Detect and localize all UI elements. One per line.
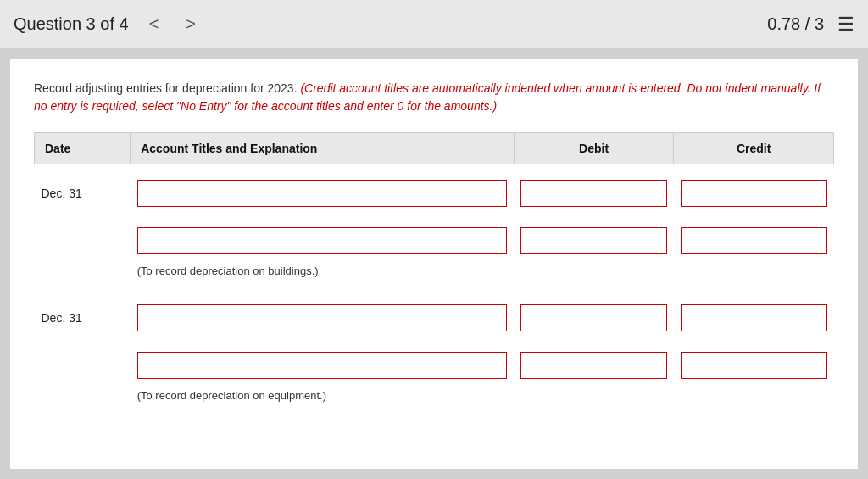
instruction-text: Record adjusting entries for depreciatio… xyxy=(34,80,834,115)
account-header: Account Titles and Explanation xyxy=(131,133,515,164)
date-cell-empty-2 xyxy=(35,347,131,384)
account-input-1a[interactable] xyxy=(137,180,508,207)
spacer-row xyxy=(35,337,834,347)
credit-header: Credit xyxy=(674,133,834,164)
date-cell-2: Dec. 31 xyxy=(35,299,131,337)
debit-cell-2b[interactable] xyxy=(514,347,674,384)
static-instruction: Record adjusting entries for depreciatio… xyxy=(34,81,298,95)
account-cell-2b[interactable] xyxy=(131,347,515,384)
credit-input-1a[interactable] xyxy=(681,180,827,207)
table-header-row: Date Account Titles and Explanation Debi… xyxy=(35,133,834,164)
table-row xyxy=(35,347,834,384)
date-cell-empty-1 xyxy=(35,222,131,259)
credit-input-1b[interactable] xyxy=(681,227,827,254)
score-display: 0.78 / 3 xyxy=(767,14,824,34)
account-cell-2a[interactable] xyxy=(131,299,515,337)
table-row: Dec. 31 xyxy=(35,175,834,212)
journal-table: Date Account Titles and Explanation Debi… xyxy=(34,132,834,414)
question-label: Question 3 of 4 xyxy=(14,14,129,34)
note-date-empty-1 xyxy=(35,259,131,289)
top-bar-right: 0.78 / 3 ☰ xyxy=(767,14,854,36)
debit-cell-1b[interactable] xyxy=(514,222,674,259)
prev-button[interactable]: < xyxy=(142,11,166,37)
table-row xyxy=(35,222,834,259)
next-button[interactable]: > xyxy=(179,11,203,37)
credit-cell-2a[interactable] xyxy=(674,299,834,337)
debit-cell-2a[interactable] xyxy=(514,299,674,337)
question-label-text: Question 3 of xyxy=(14,14,114,33)
credit-input-2a[interactable] xyxy=(681,304,827,331)
note-text-1: (To record depreciation on buildings.) xyxy=(131,259,834,289)
debit-input-2b[interactable] xyxy=(520,352,667,379)
credit-cell-1b[interactable] xyxy=(674,222,834,259)
main-content: Record adjusting entries for depreciatio… xyxy=(10,59,858,469)
date-header: Date xyxy=(35,133,131,164)
credit-cell-2b[interactable] xyxy=(674,347,834,384)
account-input-1b[interactable] xyxy=(137,227,508,254)
credit-input-2b[interactable] xyxy=(681,352,827,379)
top-bar: Question 3 of 4 < > 0.78 / 3 ☰ xyxy=(0,0,868,49)
account-input-2a[interactable] xyxy=(137,304,508,331)
spacer-row xyxy=(35,212,834,222)
debit-input-1b[interactable] xyxy=(520,227,667,254)
date-cell-1: Dec. 31 xyxy=(35,175,131,212)
note-row-1: (To record depreciation on buildings.) xyxy=(35,259,834,289)
spacer-row xyxy=(35,289,834,299)
account-cell-1a[interactable] xyxy=(131,175,515,212)
question-number: 4 xyxy=(120,14,129,33)
debit-header: Debit xyxy=(514,133,674,164)
note-text-2: (To record depreciation on equipment.) xyxy=(131,384,834,414)
account-cell-1b[interactable] xyxy=(131,222,515,259)
account-input-2b[interactable] xyxy=(137,352,508,379)
debit-input-1a[interactable] xyxy=(520,180,667,207)
debit-input-2a[interactable] xyxy=(520,304,667,331)
spacer-row xyxy=(35,164,834,175)
top-bar-left: Question 3 of 4 < > xyxy=(14,11,203,37)
table-row: Dec. 31 xyxy=(35,299,834,337)
debit-cell-1a[interactable] xyxy=(514,175,674,212)
note-date-empty-2 xyxy=(35,384,131,414)
credit-cell-1a[interactable] xyxy=(674,175,834,212)
menu-icon[interactable]: ☰ xyxy=(837,14,854,36)
note-row-2: (To record depreciation on equipment.) xyxy=(35,384,834,414)
